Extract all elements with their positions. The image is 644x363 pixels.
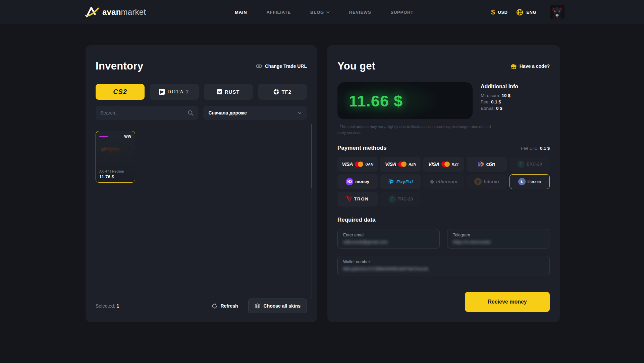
globe-icon	[516, 9, 523, 16]
brand-logo-icon	[85, 6, 99, 18]
refresh-button[interactable]: Refresh	[212, 303, 238, 309]
telegram-field[interactable]: Telegram https://t.me/csoobz	[447, 229, 549, 248]
dota2-logo-icon	[159, 89, 165, 95]
tether-icon: T	[517, 161, 525, 168]
have-a-code-link[interactable]: Have a code?	[511, 63, 550, 69]
dollar-icon: $	[491, 8, 495, 16]
payment-method-paypal[interactable]: P P PayPal	[380, 174, 421, 189]
payment-method-label: litecoin	[528, 179, 541, 184]
payment-method-label: bitcoin	[484, 179, 499, 184]
items-grid: WW AK-47 | Redline	[96, 131, 307, 299]
tab-dota2[interactable]: DOTA 2	[150, 84, 199, 100]
litecoin-icon: Ł	[518, 178, 526, 185]
mastercard-icon	[355, 162, 363, 167]
nav-right-group: $ USD ENG	[491, 5, 565, 19]
tab-cs2[interactable]: CS2	[96, 84, 145, 100]
tab-tf2-label: TF2	[282, 89, 292, 95]
refresh-icon	[212, 303, 217, 309]
nav-item-reviews[interactable]: REVIEWS	[349, 10, 371, 15]
mastercard-icon	[441, 162, 450, 167]
game-tabs: CS2 DOTA 2 RUST TF2	[96, 84, 307, 100]
you-get-panel: You get Have a code? 11.66 $ Additional …	[327, 45, 560, 322]
payment-method-visa-azn[interactable]: VISA AZN	[380, 157, 421, 172]
bonus-row: Bonus:0 $	[481, 106, 518, 111]
payout-amount-box: 11.66 $	[337, 82, 473, 119]
item-card-ak47-redline[interactable]: WW AK-47 | Redline	[96, 131, 135, 183]
tab-dota2-label: DOTA 2	[167, 89, 190, 95]
you-get-title: You get	[337, 60, 375, 72]
payment-method-bitcoin[interactable]: ₿ bitcoin	[467, 174, 507, 189]
brand-logo[interactable]: avanmarket	[85, 6, 146, 18]
user-avatar[interactable]	[550, 5, 565, 19]
inventory-scrollbar[interactable]	[311, 124, 312, 299]
yoomoney-icon: Ю	[346, 178, 353, 185]
inventory-footer: Selected:1 Refresh Choose all skins	[96, 299, 307, 313]
payment-method-yoomoney[interactable]: Ю money	[337, 174, 378, 189]
layers-icon	[255, 303, 260, 309]
change-trade-url-link[interactable]: Change Trade URL	[256, 63, 307, 69]
fee-value: 0.1 $	[491, 99, 501, 104]
search-box	[96, 106, 198, 120]
chevron-down-icon	[298, 112, 302, 114]
currency-switcher[interactable]: $ USD	[491, 8, 507, 16]
payment-method-erc20[interactable]: T ERC-20	[509, 157, 550, 172]
visa-logo-icon: VISA	[428, 161, 439, 167]
payout-amount: 11.66 $	[349, 92, 403, 110]
payment-method-label: KZT	[452, 162, 459, 166]
additional-info-title: Additional info	[481, 84, 518, 90]
tether-icon: T	[388, 195, 396, 203]
nav-item-blog[interactable]: BLOG	[310, 10, 330, 15]
visa-logo-icon: VISA	[385, 161, 396, 167]
wallet-number-field[interactable]: Wallet number MKcyEkrHu7sT2BMnWWEsk9Y9aT…	[337, 256, 550, 275]
payment-method-sbp[interactable]: сбп	[467, 157, 507, 172]
selected-label: Selected:	[96, 303, 115, 309]
tab-rust[interactable]: RUST	[204, 84, 253, 100]
fee-ltc-note: Fee LTC:0.1 $	[521, 146, 550, 151]
wallet-field-label: Wallet number	[343, 260, 544, 264]
fee-label: Fee:	[481, 99, 490, 104]
additional-info: Additional info Min. sum:10 $ Fee:0.1 $ …	[481, 82, 518, 119]
bonus-label: Bonus:	[481, 106, 495, 111]
payment-method-label: PayPal	[396, 179, 413, 184]
bonus-value: 0 $	[496, 106, 502, 111]
payment-method-litecoin[interactable]: Ł litecoin	[509, 174, 550, 189]
language-switcher[interactable]: ENG	[516, 9, 536, 16]
brand-name-light: market	[121, 7, 146, 16]
payment-method-label: AZN	[409, 162, 416, 166]
payment-method-visa-kzt[interactable]: VISA KZT	[423, 157, 464, 172]
sort-dropdown[interactable]: Сначала дороже	[203, 106, 307, 120]
tron-icon	[346, 196, 352, 202]
search-icon[interactable]	[188, 110, 194, 116]
choose-all-skins-button[interactable]: Choose all skins	[248, 299, 307, 313]
telegram-field-label: Telegram	[453, 233, 544, 237]
email-field[interactable]: Enter email sdkcoonb@gmail.com	[337, 229, 440, 248]
payment-method-trc20[interactable]: T TRC-20	[380, 192, 421, 207]
change-trade-url-label: Change Trade URL	[265, 63, 307, 69]
nav-menu: MAIN AFFILIATE BLOG REVIEWS SUPPORT	[235, 10, 414, 15]
required-data-title: Required data	[337, 217, 550, 223]
payment-method-tron[interactable]: TRON	[337, 192, 378, 207]
selected-count: 1	[116, 303, 119, 309]
item-price: 11.76 $	[99, 174, 131, 179]
payment-method-label: ethereum	[436, 179, 458, 184]
nav-item-support[interactable]: SUPPORT	[390, 10, 413, 15]
nav-item-main[interactable]: MAIN	[235, 10, 247, 15]
chevron-down-icon	[326, 11, 330, 13]
rarity-bar	[99, 136, 108, 137]
fee-row: Fee:0.1 $	[481, 99, 518, 104]
nav-item-affiliate[interactable]: AFFILIATE	[266, 10, 291, 15]
tab-tf2[interactable]: TF2	[258, 84, 307, 100]
payment-method-label: сбп	[486, 161, 495, 167]
amount-disclaimer: · The total amount may vary slightly due…	[337, 124, 495, 136]
wallet-field-value: MKcyEkrHu7sT2BMnWWEsk9Y9aTtnzcrb	[343, 266, 544, 271]
inventory-title: Inventory	[96, 60, 143, 72]
payment-method-ethereum[interactable]: ◆ ethereum	[423, 174, 464, 189]
selected-counter: Selected:1	[96, 303, 119, 309]
payment-method-label: ERC-20	[527, 162, 542, 167]
refresh-label: Refresh	[220, 303, 238, 309]
min-sum-row: Min. sum:10 $	[481, 93, 518, 98]
payment-method-visa-uah[interactable]: VISA UAH	[337, 157, 378, 172]
inventory-panel: Inventory Change Trade URL CS2 DOTA 2	[86, 45, 317, 322]
search-input[interactable]	[100, 110, 188, 116]
receive-money-button[interactable]: Recieve money	[465, 292, 550, 312]
